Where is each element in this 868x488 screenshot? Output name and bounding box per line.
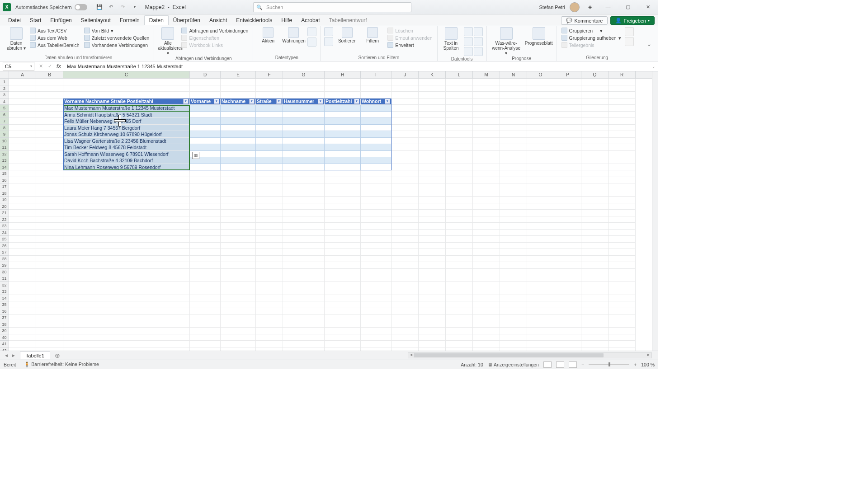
save-icon[interactable]: 💾 <box>94 2 104 12</box>
search-input[interactable]: 🔍 Suchen <box>253 2 411 12</box>
view-pagebreak-icon[interactable] <box>569 361 577 368</box>
from-text-csv[interactable]: Aus Text/CSV <box>29 27 80 34</box>
recent-sources[interactable]: Zuletzt verwendete Quellen <box>83 34 151 41</box>
next-sheet-icon[interactable]: ► <box>11 353 16 358</box>
zoom-in-icon[interactable]: + <box>634 362 637 367</box>
currencies-button[interactable]: Währungen <box>282 27 305 43</box>
datatype-up[interactable] <box>307 27 316 36</box>
zoom-slider[interactable] <box>589 364 629 365</box>
whatif-button[interactable]: Was-wäre-wenn-Analyse ▾ <box>491 27 522 56</box>
select-all-corner[interactable] <box>0 71 9 79</box>
relations[interactable] <box>464 47 473 56</box>
database-icon <box>10 27 23 40</box>
row-headers[interactable]: 1234567891011121314151617181920212223242… <box>0 79 9 351</box>
comment-icon: 💬 <box>566 18 572 23</box>
tab-acrobat[interactable]: Acrobat <box>297 16 324 25</box>
minimize-button[interactable]: — <box>600 2 616 13</box>
show-detail[interactable] <box>625 27 634 36</box>
filter-button[interactable]: Filtern <box>361 27 384 43</box>
tab-start[interactable]: Start <box>25 16 46 25</box>
tab-seitenlayout[interactable]: Seitenlayout <box>76 16 115 25</box>
grid[interactable]: Vorname Nachname Straße Postleitzahl▾Vor… <box>9 79 652 351</box>
fx-icon[interactable]: fx <box>55 63 62 69</box>
user-name[interactable]: Stefan Petri <box>539 5 565 10</box>
horizontal-scrollbar[interactable]: ◄ ► <box>408 352 652 358</box>
status-bar: Bereit 🧍 Barrierefreiheit: Keine Problem… <box>0 360 658 369</box>
qat-dropdown-icon[interactable]: ▾ <box>130 2 140 12</box>
restore-button[interactable]: ▢ <box>620 2 636 13</box>
tab-einfuegen[interactable]: Einfügen <box>46 16 76 25</box>
accept-formula-icon[interactable]: ✓ <box>46 63 53 69</box>
search-icon: 🔍 <box>256 5 263 10</box>
clear-filter: Löschen <box>387 27 433 34</box>
forecast-button[interactable]: Prognoseblatt <box>525 27 553 46</box>
expand-formula-icon[interactable]: ⌄ <box>649 64 658 69</box>
title-bar: X Automatisches Speichern 💾 ↶ ↷ ▾ Mappe2… <box>0 0 658 14</box>
tab-ansicht[interactable]: Ansicht <box>205 16 231 25</box>
zoom-out-icon[interactable]: − <box>581 362 584 367</box>
group-button[interactable]: Gruppieren ▾ <box>561 27 622 34</box>
collapse-ribbon-icon[interactable]: ⌄ <box>643 38 656 49</box>
from-web[interactable]: Aus dem Web <box>29 34 80 41</box>
text-to-columns-button[interactable]: Text in Spalten <box>441 27 461 51</box>
datatype-down[interactable] <box>307 38 316 47</box>
ribbon: Daten abrufen ▾ Aus Text/CSV Aus dem Web… <box>0 25 658 61</box>
formula-input[interactable]: Max Mustermann Musterstraße 1 12345 Must… <box>65 64 649 69</box>
redo-icon[interactable]: ↷ <box>118 2 128 12</box>
remove-dup[interactable] <box>474 27 483 36</box>
from-image[interactable]: Von Bild ▾ <box>83 27 151 34</box>
diamond-icon[interactable]: ◈ <box>585 2 595 12</box>
avatar[interactable] <box>570 2 580 12</box>
group-label: Datentypen <box>257 55 316 61</box>
tab-entwicklertools[interactable]: Entwicklertools <box>231 16 277 25</box>
from-table[interactable]: Aus Tabelle/Bereich <box>29 42 80 48</box>
sort-az-icon[interactable] <box>324 27 333 36</box>
display-settings[interactable]: 🖥 Anzeigeeinstellungen <box>488 362 539 367</box>
cancel-formula-icon[interactable]: ✕ <box>37 63 44 69</box>
existing-connections[interactable]: Vorhandene Verbindungen <box>83 42 151 48</box>
group-label: Gliederung <box>561 55 634 61</box>
document-title: Mappe2 - Excel <box>145 4 186 10</box>
filter-icon <box>367 27 378 38</box>
data-valid[interactable] <box>464 37 473 46</box>
prev-sheet-icon[interactable]: ◄ <box>4 353 9 358</box>
refresh-all-button[interactable]: Alle aktualisieren ▾ <box>158 27 178 56</box>
consolidate[interactable] <box>474 37 483 46</box>
flash-fill[interactable] <box>464 27 473 36</box>
tab-datei[interactable]: Datei <box>4 16 25 25</box>
data-model[interactable] <box>474 47 483 56</box>
zoom-level[interactable]: 100 % <box>641 362 655 367</box>
comments-button[interactable]: 💬Kommentare <box>561 16 608 25</box>
name-box[interactable]: C5▾ <box>3 62 34 71</box>
smart-tag-icon[interactable]: ▦ <box>192 152 199 159</box>
reapply-filter: Erneut anwenden <box>387 34 433 41</box>
subtotal-button: Teilergebnis <box>561 42 622 48</box>
column-headers[interactable]: ABCDEFGHIJKLMNOPQR <box>9 71 652 79</box>
hide-detail[interactable] <box>625 37 634 46</box>
tab-daten[interactable]: Daten <box>144 15 169 25</box>
accessibility-status[interactable]: 🧍 Barrierefreiheit: Keine Probleme <box>24 361 99 367</box>
sort-button[interactable]: Sortieren <box>336 27 359 43</box>
properties: Eigenschaften <box>180 34 249 41</box>
undo-icon[interactable]: ↶ <box>106 2 116 12</box>
sort-za-icon[interactable] <box>324 37 333 46</box>
vertical-scrollbar[interactable] <box>652 71 658 351</box>
view-normal-icon[interactable] <box>543 361 552 368</box>
add-sheet-icon[interactable]: ⊕ <box>55 352 60 359</box>
get-data-button[interactable]: Daten abrufen ▾ <box>6 27 26 51</box>
tab-hilfe[interactable]: Hilfe <box>277 16 297 25</box>
sheet-tab[interactable]: Tabelle1 <box>20 352 50 359</box>
tab-tabellenentwurf[interactable]: Tabellenentwurf <box>325 16 372 25</box>
view-pagelayout-icon[interactable] <box>556 361 564 368</box>
workbook-links: Workbook Links <box>180 42 249 48</box>
stocks-button[interactable]: Aktien <box>257 27 279 43</box>
ungroup-button[interactable]: Gruppierung aufheben ▾ <box>561 34 622 41</box>
advanced-filter[interactable]: Erweitert <box>387 42 433 48</box>
spreadsheet[interactable]: ABCDEFGHIJKLMNOPQR 123456789101112131415… <box>0 71 658 351</box>
tab-formeln[interactable]: Formeln <box>115 16 144 25</box>
share-button[interactable]: 👤Freigeben▾ <box>610 16 655 25</box>
close-button[interactable]: ✕ <box>640 2 656 13</box>
autosave-toggle[interactable] <box>75 4 87 10</box>
tab-ueberpruefen[interactable]: Überprüfen <box>169 16 205 25</box>
queries-connections[interactable]: Abfragen und Verbindungen <box>180 27 249 34</box>
